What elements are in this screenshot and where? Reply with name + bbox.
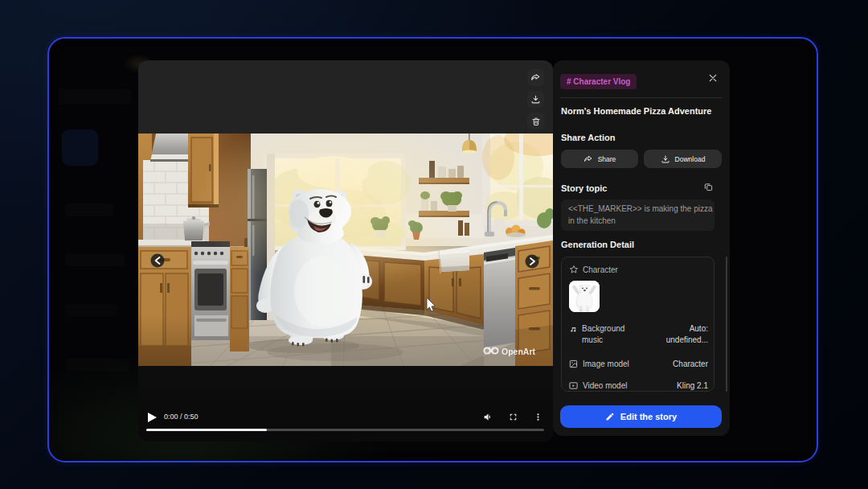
svg-text:OpenArt: OpenArt [502, 347, 536, 356]
